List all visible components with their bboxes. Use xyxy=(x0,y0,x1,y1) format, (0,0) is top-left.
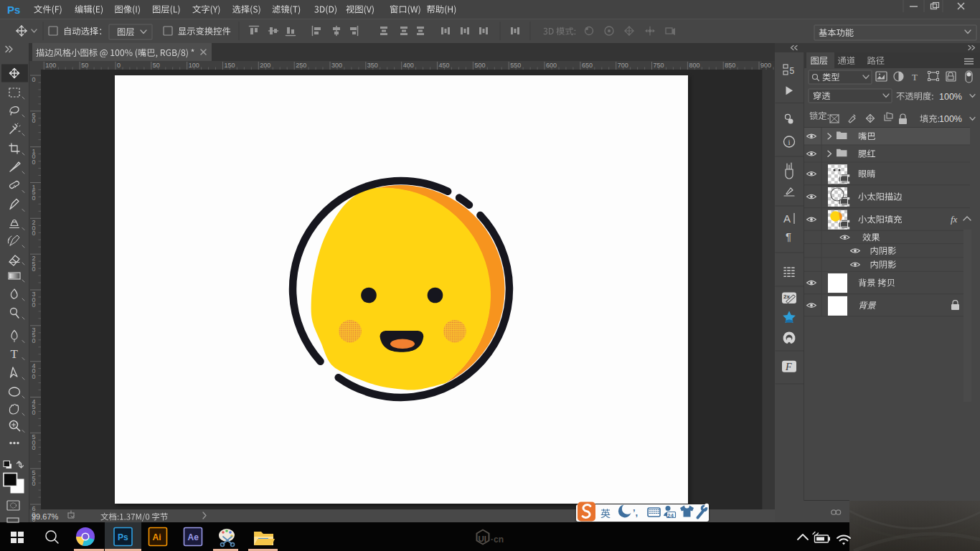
svg-text:100%: 100% xyxy=(939,92,962,102)
svg-text:0: 0 xyxy=(32,409,36,416)
svg-text:0: 0 xyxy=(32,159,36,166)
svg-text:50: 50 xyxy=(81,62,88,69)
svg-text:0: 0 xyxy=(32,265,36,273)
svg-text:fx: fx xyxy=(951,214,958,225)
svg-text:50: 50 xyxy=(153,62,160,69)
svg-text:5: 5 xyxy=(790,66,795,76)
svg-text:24: 24 xyxy=(667,512,674,519)
svg-text:100%: 100% xyxy=(939,114,962,124)
svg-text:Ps: Ps xyxy=(118,532,128,542)
svg-text:0: 0 xyxy=(32,301,36,309)
svg-text:Ai: Ai xyxy=(153,532,161,542)
svg-text:0: 0 xyxy=(117,62,121,69)
svg-text:0: 0 xyxy=(32,480,36,487)
svg-text:0: 0 xyxy=(32,373,36,380)
svg-text:A: A xyxy=(783,212,791,225)
svg-text:T: T xyxy=(11,347,19,361)
svg-text:0: 0 xyxy=(32,444,36,451)
svg-text:i: i xyxy=(788,138,791,146)
svg-text:Ps: Ps xyxy=(7,4,20,16)
svg-text:·cn: ·cn xyxy=(491,534,504,545)
svg-text:T: T xyxy=(912,72,918,83)
svg-text:¶: ¶ xyxy=(786,230,791,242)
svg-text:0: 0 xyxy=(32,230,36,237)
svg-text:0: 0 xyxy=(32,337,36,344)
svg-text:99.67%: 99.67% xyxy=(32,512,59,521)
svg-text:UI: UI xyxy=(479,534,487,543)
svg-text:F: F xyxy=(785,362,792,372)
svg-text:’,: ’, xyxy=(633,507,638,518)
svg-text:Ae: Ae xyxy=(188,532,199,542)
svg-text:0: 0 xyxy=(32,194,36,202)
svg-text:0: 0 xyxy=(32,117,36,124)
svg-text:0: 0 xyxy=(32,76,36,83)
